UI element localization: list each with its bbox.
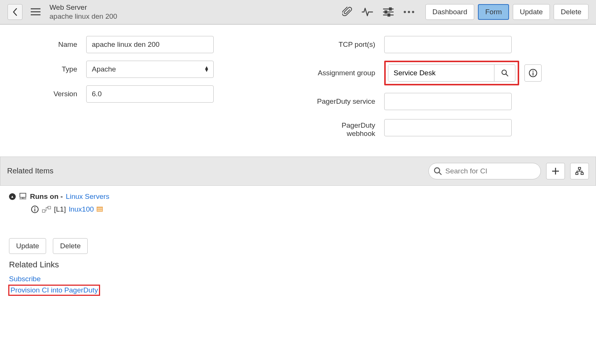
table-icon[interactable]	[97, 207, 103, 212]
field-assignment-row: Assignment group	[305, 61, 589, 85]
highlight-assignment	[384, 61, 519, 85]
assignment-info-button[interactable]	[524, 64, 542, 82]
assignment-lookup	[384, 61, 542, 85]
field-pd-webhook-row: PagerDutywebhook	[305, 118, 589, 138]
runs-on-text: Runs on -	[30, 192, 63, 201]
subscribe-link[interactable]: Subscribe	[9, 275, 587, 283]
svg-rect-16	[576, 173, 578, 175]
name-label: Name	[7, 40, 86, 49]
search-ci-input[interactable]	[428, 163, 541, 179]
field-version-row: Version	[7, 85, 291, 103]
pd-service-input[interactable]	[384, 93, 512, 110]
runs-on-link[interactable]: Linux Servers	[66, 192, 109, 201]
settings-sliders-icon[interactable]	[383, 7, 394, 17]
more-icon[interactable]	[404, 11, 414, 13]
provision-pagerduty-link[interactable]: Provision CI into PagerDuty	[9, 285, 99, 295]
header-icon-group	[342, 7, 414, 17]
version-label: Version	[7, 90, 86, 98]
type-value[interactable]	[86, 61, 214, 78]
related-items-title: Related Items	[7, 167, 53, 175]
svg-point-6	[502, 70, 506, 75]
search-ci-wrap	[428, 163, 541, 179]
svg-rect-25	[48, 206, 51, 209]
relation-icon	[42, 206, 51, 213]
assignment-search-button[interactable]	[494, 65, 515, 81]
page-title: Web Server	[49, 3, 117, 12]
search-icon	[501, 69, 509, 77]
update-button[interactable]: Update	[513, 4, 550, 20]
hierarchy-icon	[575, 167, 584, 175]
svg-point-22	[34, 207, 35, 208]
delete-button[interactable]: Delete	[554, 4, 589, 20]
pd-webhook-input[interactable]	[384, 119, 512, 136]
pd-webhook-label: PagerDutywebhook	[305, 118, 384, 138]
related-items-bar: Related Items	[0, 157, 596, 186]
child-level-text: [L1]	[54, 205, 66, 213]
svg-rect-4	[385, 11, 387, 13]
field-type-row: Type ▲▼	[7, 61, 291, 78]
related-items-content: ▴ Runs on - Linux Servers [L1] lnux100	[0, 186, 596, 220]
pd-service-label: PagerDuty service	[305, 97, 384, 106]
page-subtitle: apache linux den 200	[49, 12, 117, 21]
assignment-input-wrap	[388, 64, 515, 82]
dashboard-button[interactable]: Dashboard	[425, 4, 475, 20]
child-info-icon[interactable]	[31, 205, 39, 213]
info-icon	[529, 69, 538, 78]
svg-rect-3	[389, 8, 391, 10]
svg-line-7	[506, 74, 508, 76]
plus-icon	[551, 167, 560, 175]
back-button[interactable]	[7, 4, 22, 20]
form-area: Name Type ▲▼ Version TCP port(s) Assignm…	[0, 25, 596, 145]
bottom-delete-button[interactable]: Delete	[53, 238, 88, 254]
assignment-input[interactable]	[388, 65, 494, 81]
server-icon	[19, 192, 27, 201]
field-tcp-row: TCP port(s)	[305, 36, 589, 53]
svg-rect-5	[388, 14, 390, 16]
form-right-column: TCP port(s) Assignment group	[305, 36, 589, 138]
related-child-line: [L1] lnux100	[31, 205, 587, 213]
chevron-left-icon	[12, 8, 18, 16]
add-ci-button[interactable]	[546, 163, 565, 179]
hierarchy-button[interactable]	[570, 163, 589, 179]
tcp-label: TCP port(s)	[305, 40, 384, 49]
header-bar: Web Server apache linux den 200 Dashboar…	[0, 0, 596, 25]
related-links-section: Related Links Subscribe Provision CI int…	[0, 257, 596, 306]
type-label: Type	[7, 65, 86, 73]
svg-rect-15	[578, 167, 581, 169]
attachment-icon[interactable]	[342, 7, 352, 17]
field-pd-service-row: PagerDuty service	[305, 93, 589, 110]
svg-rect-24	[42, 210, 45, 212]
svg-rect-17	[581, 173, 583, 175]
form-button[interactable]: Form	[478, 4, 509, 20]
bottom-update-button[interactable]: Update	[9, 238, 46, 254]
apache-badge-icon: ▴	[9, 193, 16, 200]
related-links-heading: Related Links	[9, 260, 587, 270]
svg-point-9	[533, 70, 534, 72]
assignment-label: Assignment group	[305, 69, 384, 77]
child-ci-link[interactable]: lnux100	[69, 205, 94, 213]
menu-button[interactable]	[29, 7, 42, 17]
version-input[interactable]	[86, 85, 214, 103]
activity-icon[interactable]	[362, 7, 373, 17]
name-input[interactable]	[86, 36, 214, 53]
search-icon	[434, 167, 442, 175]
type-select[interactable]: ▲▼	[86, 61, 214, 78]
field-name-row: Name	[7, 36, 291, 53]
header-button-group: Dashboard Form Update Delete	[425, 4, 589, 20]
form-left-column: Name Type ▲▼ Version	[7, 36, 291, 138]
tcp-input[interactable]	[384, 36, 512, 53]
title-block: Web Server apache linux den 200	[49, 3, 117, 21]
bottom-button-group: Update Delete	[0, 234, 596, 257]
svg-line-12	[439, 172, 442, 175]
svg-rect-18	[20, 193, 26, 197]
related-runs-on-line: ▴ Runs on - Linux Servers	[9, 192, 587, 201]
